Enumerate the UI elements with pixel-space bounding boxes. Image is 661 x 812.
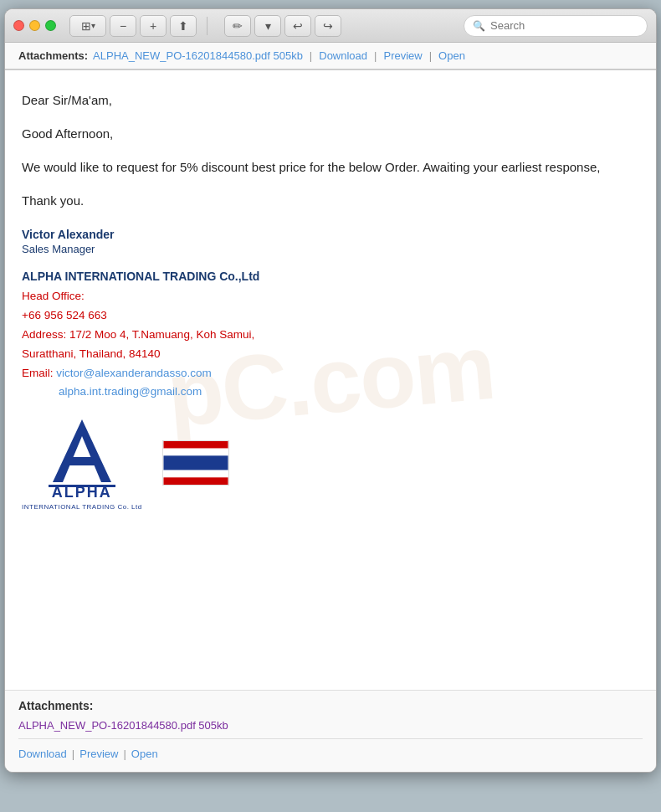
share-icon: ⬆ xyxy=(178,19,188,33)
zoom-out-button[interactable]: − xyxy=(110,15,136,37)
bottom-separator-1: | xyxy=(72,748,74,760)
bottom-separator-2: | xyxy=(123,748,126,760)
zoom-out-icon: − xyxy=(120,19,126,33)
email-window: ⊞ ▾ − + ⬆ ✏ ▾ ↩ ↪ xyxy=(4,8,657,773)
company-address-line: Address: 17/2 Moo 4, T.Namuang, Koh Samu… xyxy=(22,326,639,345)
sidebar-icon: ⊞ xyxy=(81,19,91,33)
search-bar: 🔍 xyxy=(464,15,648,37)
head-office-label: Head Office: xyxy=(22,287,639,306)
separator-3: | xyxy=(429,49,432,62)
bottom-preview-link[interactable]: Preview xyxy=(79,748,118,760)
svg-marker-1 xyxy=(68,457,96,465)
toolbar-buttons: ⊞ ▾ − + ⬆ xyxy=(69,15,197,37)
alpha-logo: ALPHA INTERNATIONAL TRADING Co. Ltd xyxy=(22,415,142,511)
maximize-button[interactable] xyxy=(45,20,56,31)
sidebar-toggle-button[interactable]: ⊞ ▾ xyxy=(69,15,106,37)
toolbar-buttons-2: ✏ ▾ ↩ ↪ xyxy=(224,15,341,37)
bottom-attach-links: Download | Preview | Open xyxy=(18,748,643,760)
preview-link[interactable]: Preview xyxy=(383,49,422,62)
thai-flag-svg xyxy=(162,440,229,486)
alpha-logo-svg xyxy=(44,415,120,491)
bottom-attachment-file-link[interactable]: ALPHA_NEW_PO-16201844580.pdf 505kb xyxy=(18,719,643,739)
greeting-1: Dear Sir/Ma'am, xyxy=(22,90,639,110)
close-button[interactable] xyxy=(13,20,24,31)
search-input[interactable] xyxy=(490,19,638,32)
separator-2: | xyxy=(374,49,377,62)
reply-button[interactable]: ↩ xyxy=(284,15,311,37)
separator-1: | xyxy=(310,49,312,62)
email2-link[interactable]: alpha.int.trading@gmail.com xyxy=(59,385,202,398)
logo-area: ALPHA INTERNATIONAL TRADING Co. Ltd xyxy=(22,415,639,511)
signature-name: Victor Alexander xyxy=(22,228,639,241)
edit-button[interactable]: ✏ xyxy=(224,15,251,37)
company-email2-line: alpha.int.trading@gmail.com xyxy=(22,383,639,402)
edit-icon: ✏ xyxy=(233,19,243,33)
zoom-in-button[interactable]: + xyxy=(140,15,167,37)
email-label: Email: xyxy=(22,367,54,379)
attachment-file-link[interactable]: ALPHA_NEW_PO-16201844580.pdf 505kb xyxy=(93,49,303,62)
company-email-line: Email: victor@alexanderandasso.com xyxy=(22,364,639,383)
email-body: pC.com Dear Sir/Ma'am, Good Afternoon, W… xyxy=(5,70,656,690)
edit-dropdown-button[interactable]: ▾ xyxy=(254,15,281,37)
open-link[interactable]: Open xyxy=(438,49,465,62)
company-address2: Suratthani, Thailand, 84140 xyxy=(22,345,639,364)
company-block: ALPHA INTERNATIONAL TRADING Co.,Ltd Head… xyxy=(22,267,639,402)
forward-icon: ↪ xyxy=(323,19,333,33)
traffic-lights xyxy=(13,20,56,31)
chevron-down-icon: ▾ xyxy=(265,19,271,33)
forward-button[interactable]: ↪ xyxy=(315,15,341,37)
reply-icon: ↩ xyxy=(293,19,303,33)
alpha-text: ALPHA xyxy=(52,484,112,501)
svg-marker-0 xyxy=(53,419,111,482)
svg-rect-5 xyxy=(163,449,228,456)
svg-rect-4 xyxy=(163,441,228,449)
company-name: ALPHA INTERNATIONAL TRADING Co.,Ltd xyxy=(22,267,639,287)
svg-rect-8 xyxy=(163,478,228,486)
svg-rect-7 xyxy=(163,470,228,478)
chevron-icon: ▾ xyxy=(91,21,95,30)
signature-title: Sales Manager xyxy=(22,243,639,255)
bottom-attachments-title: Attachments: xyxy=(18,699,643,712)
share-button[interactable]: ⬆ xyxy=(170,15,197,37)
svg-rect-6 xyxy=(163,456,228,470)
address-value: 17/2 Moo 4, T.Namuang, Koh Samui, xyxy=(69,328,254,341)
alpha-subtitle: INTERNATIONAL TRADING Co. Ltd xyxy=(22,503,142,511)
email-body-text: We would like to request for 5% discount… xyxy=(22,157,639,177)
email-closing: Thank you. xyxy=(22,191,639,211)
zoom-in-icon: + xyxy=(150,19,156,33)
greeting-2: Good Afternoon, xyxy=(22,124,639,144)
attachments-label: Attachments: xyxy=(18,49,88,62)
attachment-bar: Attachments: ALPHA_NEW_PO-16201844580.pd… xyxy=(5,43,656,70)
email1-link[interactable]: victor@alexanderandasso.com xyxy=(56,367,212,379)
titlebar: ⊞ ▾ − + ⬆ ✏ ▾ ↩ ↪ xyxy=(5,9,656,43)
bottom-attachments-section: Attachments: ALPHA_NEW_PO-16201844580.pd… xyxy=(5,690,656,772)
address-label: Address: xyxy=(22,328,66,341)
email-content: Dear Sir/Ma'am, Good Afternoon, We would… xyxy=(22,90,639,511)
company-phone: +66 956 524 663 xyxy=(22,306,639,326)
bottom-open-link[interactable]: Open xyxy=(131,748,158,760)
search-icon: 🔍 xyxy=(473,20,485,32)
minimize-button[interactable] xyxy=(29,20,40,31)
download-link[interactable]: Download xyxy=(319,49,367,62)
bottom-download-link[interactable]: Download xyxy=(18,748,67,760)
toolbar-separator xyxy=(207,17,208,35)
